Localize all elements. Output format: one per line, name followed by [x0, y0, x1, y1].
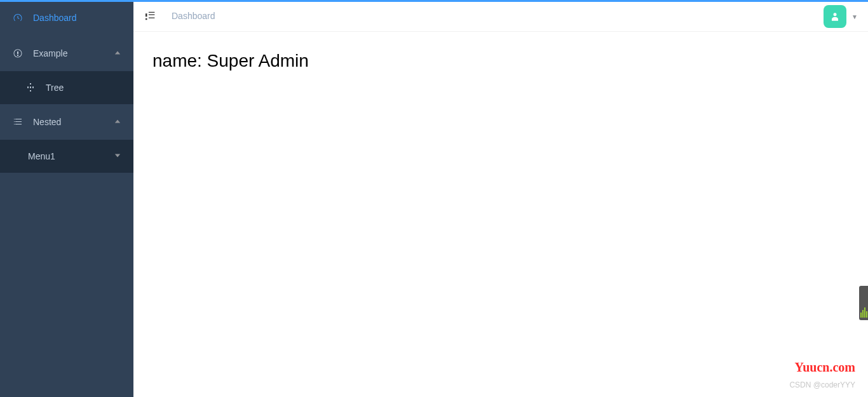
sidebar-item-label: Example: [33, 48, 114, 58]
sidebar-item-example[interactable]: Example: [0, 36, 133, 71]
main-content-text: name: Super Admin: [153, 51, 849, 71]
widget-bar: [862, 310, 864, 318]
navbar: Dashboard ▼: [133, 0, 868, 32]
watermark-brand: Yuucn.com: [795, 360, 855, 375]
side-widget[interactable]: [859, 286, 868, 320]
sidebar-item-dashboard[interactable]: Dashboard: [0, 0, 133, 36]
dashboard-icon: [13, 13, 23, 23]
widget-bar: [860, 313, 862, 318]
sidebar-subitem-label: Tree: [46, 83, 121, 93]
avatar[interactable]: [824, 5, 846, 28]
svg-rect-3: [32, 87, 34, 88]
svg-point-4: [834, 13, 837, 16]
chevron-down-icon: [114, 152, 121, 161]
breadcrumb: Dashboard: [172, 11, 215, 21]
svg-rect-2: [30, 87, 31, 88]
sidebar-subitem-label: Menu1: [28, 151, 114, 161]
chevron-up-icon: [114, 118, 121, 126]
nested-icon: [13, 117, 23, 127]
caret-down-icon[interactable]: ▼: [851, 13, 858, 20]
navbar-right: ▼: [824, 5, 858, 28]
app-wrapper: Dashboard Example Tree Nested: [0, 0, 868, 397]
sidebar-subitem-tree[interactable]: Tree: [0, 71, 133, 104]
top-accent-bar: [0, 0, 868, 2]
sidebar-item-nested[interactable]: Nested: [0, 104, 133, 140]
main-container: Dashboard ▼ name: Super Admin Yuucn.com …: [133, 0, 868, 397]
sidebar: Dashboard Example Tree Nested: [0, 0, 133, 397]
chevron-up-icon: [114, 49, 121, 58]
svg-rect-1: [27, 87, 29, 88]
widget-bar: [866, 311, 867, 318]
tree-icon: [25, 83, 36, 93]
sidebar-item-label: Nested: [33, 117, 114, 127]
widget-bar: [864, 307, 865, 318]
sidebar-item-label: Dashboard: [33, 13, 121, 23]
watermark-credit: CSDN @coderYYY: [789, 380, 855, 389]
hamburger-toggle[interactable]: [144, 10, 156, 22]
sidebar-subitem-menu1[interactable]: Menu1: [0, 140, 133, 173]
example-icon: [13, 48, 23, 58]
svg-rect-0: [30, 83, 31, 84]
app-main: name: Super Admin: [133, 32, 868, 397]
